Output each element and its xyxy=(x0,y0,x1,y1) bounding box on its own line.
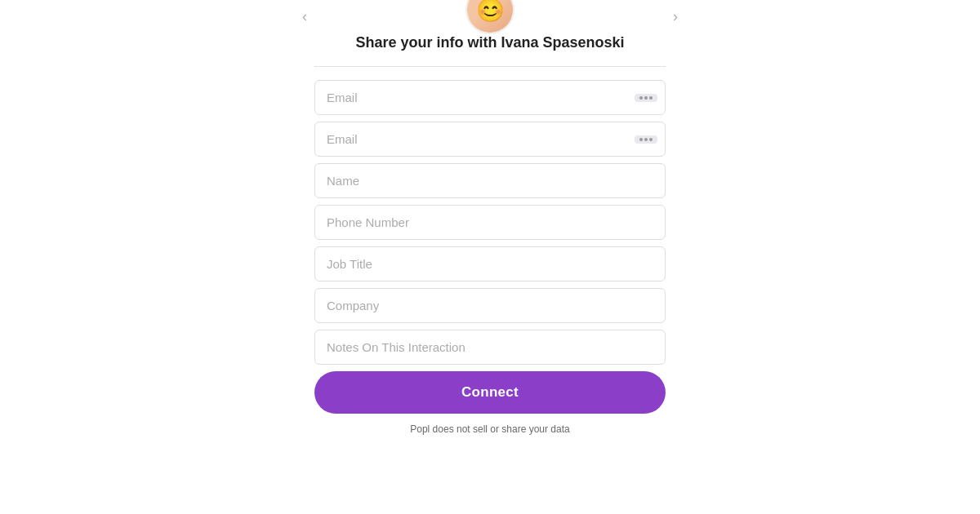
dot2 xyxy=(644,138,648,141)
name-input[interactable] xyxy=(314,163,666,198)
phone-input[interactable] xyxy=(314,205,666,240)
dot1 xyxy=(639,138,643,141)
nav-arrow-right: › xyxy=(673,8,678,25)
avatar-image: 😊 xyxy=(467,0,513,33)
notes-field-wrapper xyxy=(314,330,666,365)
dot1 xyxy=(639,96,643,100)
form-fields xyxy=(314,80,666,365)
company-field-wrapper xyxy=(314,288,666,323)
email2-input[interactable] xyxy=(314,122,666,157)
notes-input[interactable] xyxy=(314,330,666,365)
company-input[interactable] xyxy=(314,288,666,323)
nav-arrow-left: ‹ xyxy=(302,8,307,25)
dot2 xyxy=(644,96,648,100)
job-title-field-wrapper xyxy=(314,246,666,281)
privacy-note: Popl does not sell or share your data xyxy=(410,423,569,435)
form-wrapper: Share your info with Ivana Spasenoski xyxy=(314,34,666,435)
email1-input[interactable] xyxy=(314,80,666,115)
page-title: Share your info with Ivana Spasenoski xyxy=(355,34,624,51)
email1-field-wrapper xyxy=(314,80,666,115)
page-container: 😊 ‹ › Share your info with Ivana Spaseno… xyxy=(0,0,980,514)
phone-field-wrapper xyxy=(314,205,666,240)
avatar: 😊 xyxy=(466,0,514,34)
dot3 xyxy=(649,138,653,141)
connect-button[interactable]: Connect xyxy=(314,371,666,414)
email2-more-button[interactable] xyxy=(635,135,657,144)
divider xyxy=(314,66,666,67)
email1-more-button[interactable] xyxy=(635,94,657,102)
dot3 xyxy=(649,96,653,100)
name-field-wrapper xyxy=(314,163,666,198)
email2-field-wrapper xyxy=(314,122,666,157)
job-title-input[interactable] xyxy=(314,246,666,281)
